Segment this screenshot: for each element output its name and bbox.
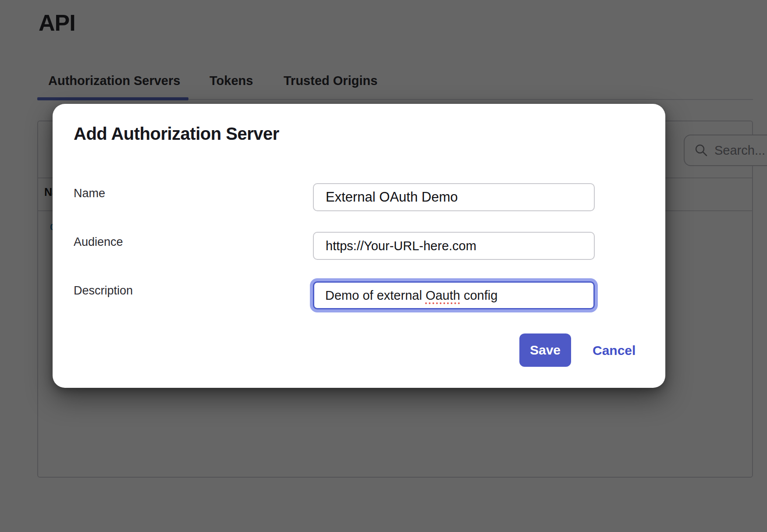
description-field[interactable]: Demo of external Oauth config (313, 281, 595, 309)
description-text-misspelled: Oauth (426, 288, 460, 303)
description-text-prefix: Demo of external (325, 288, 426, 303)
audience-label: Audience (74, 235, 123, 249)
modal-title: Add Authorization Server (74, 124, 279, 144)
description-text-suffix: config (460, 288, 497, 303)
cancel-button[interactable]: Cancel (593, 343, 636, 358)
save-button[interactable]: Save (519, 333, 571, 367)
add-authorization-server-modal: Add Authorization Server Name Audience D… (53, 104, 665, 388)
name-label: Name (74, 187, 105, 200)
audience-field[interactable] (313, 232, 595, 260)
name-field[interactable] (313, 183, 595, 211)
description-label: Description (74, 284, 133, 298)
